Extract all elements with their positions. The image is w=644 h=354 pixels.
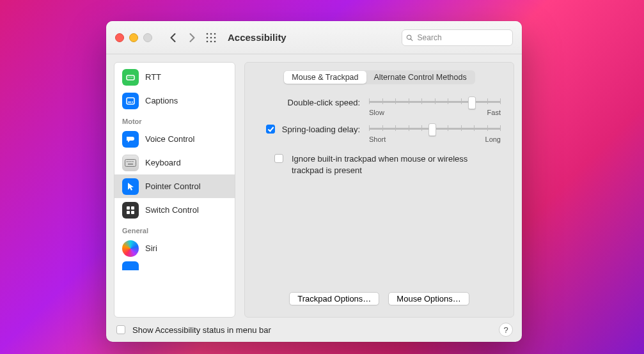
double-click-speed-slider[interactable]	[369, 96, 501, 107]
sidebar: RTT Captions Motor Voice Control	[114, 62, 235, 318]
svg-rect-11	[127, 75, 134, 80]
captions-icon	[122, 93, 139, 109]
double-click-max-label: Fast	[487, 109, 501, 116]
switch-control-icon	[122, 202, 139, 219]
grid-icon	[206, 33, 216, 43]
svg-point-1	[210, 33, 212, 35]
pointer-control-icon	[122, 178, 139, 195]
ignore-trackpad-label: Ignore built-in trackpad when mouse or w…	[292, 153, 483, 176]
show-status-menubar-label: Show Accessibility status in menu bar	[132, 325, 271, 335]
spring-loading-delay-slider[interactable]	[369, 123, 501, 134]
siri-icon	[122, 240, 139, 257]
sidebar-item-voice-control[interactable]: Voice Control	[114, 127, 235, 151]
sidebar-item-siri[interactable]: Siri	[114, 236, 235, 260]
main-panel: Mouse & Trackpad Alternate Control Metho…	[244, 62, 514, 318]
chevron-left-icon	[169, 33, 177, 43]
tab-alternate-control[interactable]: Alternate Control Methods	[366, 71, 475, 84]
svg-rect-17	[127, 161, 128, 162]
ignore-trackpad-row: Ignore built-in trackpad when mouse or w…	[272, 153, 501, 176]
keyboard-icon	[122, 155, 139, 171]
voice-control-icon	[122, 131, 139, 148]
svg-point-7	[210, 40, 212, 42]
svg-rect-23	[131, 206, 134, 210]
svg-rect-18	[129, 161, 130, 162]
window-title: Accessibility	[228, 32, 287, 43]
sidebar-item-label: Captions	[145, 96, 178, 105]
svg-point-3	[207, 36, 208, 38]
ignore-trackpad-checkbox[interactable]	[274, 154, 283, 163]
show-all-prefs-button[interactable]	[203, 30, 219, 45]
help-icon: ?	[503, 325, 508, 335]
sidebar-item-label: Pointer Control	[145, 181, 201, 191]
tab-mouse-trackpad[interactable]: Mouse & Trackpad	[284, 71, 366, 84]
svg-point-8	[214, 40, 216, 42]
forward-button[interactable]	[184, 30, 200, 45]
chevron-right-icon	[189, 33, 196, 43]
sidebar-item-cut-off[interactable]	[114, 260, 235, 272]
svg-point-2	[214, 33, 216, 35]
show-status-menubar-checkbox[interactable]	[116, 325, 125, 334]
sidebar-item-keyboard[interactable]: Keyboard	[114, 151, 235, 174]
svg-point-5	[214, 36, 216, 38]
svg-rect-16	[125, 159, 136, 166]
double-click-min-label: Slow	[369, 109, 384, 116]
spring-loading-row: Spring-loading delay: Short Long	[258, 123, 501, 143]
svg-rect-13	[127, 98, 134, 104]
traffic-lights	[115, 33, 152, 42]
sidebar-item-label: Switch Control	[145, 205, 199, 215]
svg-point-4	[210, 36, 212, 38]
unknown-icon	[122, 261, 139, 270]
sidebar-category-general: General	[114, 222, 235, 236]
sidebar-item-pointer-control[interactable]: Pointer Control	[114, 174, 235, 198]
footer: Show Accessibility status in menu bar ?	[106, 318, 522, 342]
tab-group: Mouse & Trackpad Alternate Control Metho…	[283, 70, 475, 84]
sidebar-item-label: Voice Control	[145, 134, 194, 144]
svg-rect-25	[131, 211, 134, 214]
svg-rect-15	[132, 102, 133, 103]
sidebar-item-label: Keyboard	[145, 158, 181, 167]
zoom-window-button[interactable]	[143, 33, 152, 42]
minimize-window-button[interactable]	[129, 33, 138, 42]
sidebar-item-switch-control[interactable]: Switch Control	[114, 198, 235, 222]
spring-max-label: Long	[485, 135, 501, 143]
sidebar-item-rtt[interactable]: RTT	[114, 65, 235, 89]
svg-rect-19	[130, 161, 132, 162]
svg-rect-20	[132, 161, 134, 162]
back-button[interactable]	[165, 30, 180, 45]
spring-min-label: Short	[369, 135, 386, 143]
close-window-button[interactable]	[115, 33, 124, 42]
svg-rect-24	[127, 211, 130, 214]
svg-line-10	[411, 38, 412, 40]
spring-loading-label: Spring-loading delay:	[282, 125, 360, 134]
search-input[interactable]	[416, 33, 508, 43]
svg-rect-21	[128, 164, 133, 165]
preferences-window: Accessibility RTT	[106, 21, 522, 342]
spring-loading-enabled-checkbox[interactable]	[266, 125, 275, 134]
content: RTT Captions Motor Voice Control	[106, 54, 522, 342]
sidebar-item-captions[interactable]: Captions	[114, 89, 235, 112]
double-click-speed-row: Double-click speed: Slow Fast	[258, 96, 501, 116]
double-click-speed-label: Double-click speed:	[288, 98, 360, 107]
svg-rect-14	[128, 102, 131, 103]
svg-rect-22	[127, 206, 130, 210]
svg-point-6	[207, 40, 208, 42]
rtt-icon	[122, 69, 139, 86]
trackpad-options-button[interactable]: Trackpad Options…	[289, 292, 379, 305]
search-field[interactable]	[402, 29, 513, 46]
mouse-options-button[interactable]: Mouse Options…	[388, 292, 469, 305]
search-icon	[406, 34, 413, 42]
svg-point-0	[207, 33, 208, 35]
sidebar-item-label: Siri	[145, 243, 157, 253]
help-button[interactable]: ?	[499, 323, 513, 337]
sidebar-category-motor: Motor	[114, 112, 235, 127]
titlebar: Accessibility	[106, 21, 522, 54]
sidebar-item-label: RTT	[145, 72, 161, 82]
